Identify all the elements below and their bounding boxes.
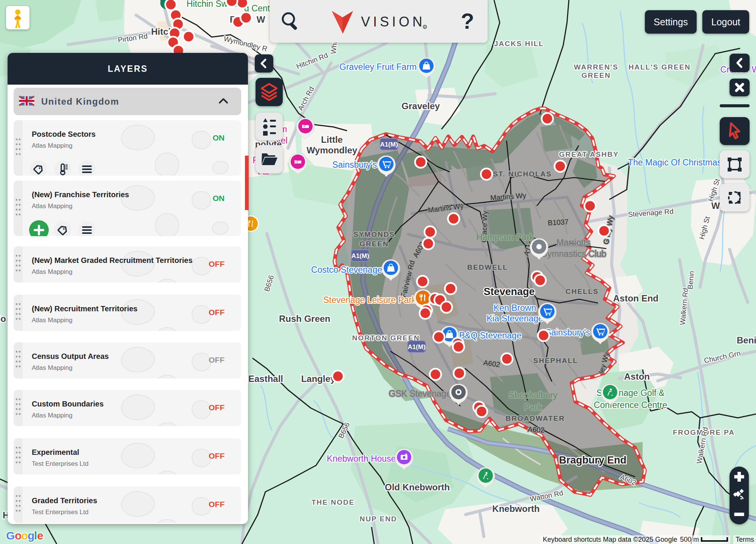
svg-text:Costco Stevenage: Costco Stevenage (311, 265, 382, 275)
svg-text:Little: Little (321, 134, 342, 145)
svg-text:Sainsbury's: Sainsbury's (545, 328, 590, 337)
svg-text:GSK Stevenage: GSK Stevenage (389, 389, 451, 399)
svg-text:Marriotts: Marriotts (556, 238, 590, 247)
svg-text:g: g (28, 529, 34, 542)
svg-text:Stevenage: Stevenage (483, 286, 534, 297)
svg-text:Sainsbury's: Sainsbury's (332, 160, 377, 170)
svg-text:Old Knebworth: Old Knebworth (385, 482, 450, 492)
svg-text:A602: A602 (528, 425, 545, 434)
svg-text:?: ? (461, 9, 474, 33)
svg-text:B&Q Stevenage: B&Q Stevenage (459, 331, 522, 340)
svg-text:o: o (15, 529, 22, 542)
svg-text:Beni: Beni (737, 335, 756, 345)
svg-text:R: R (424, 26, 426, 28)
svg-text:Graveley: Graveley (401, 101, 440, 111)
svg-text:Shephalbury: Shephalbury (508, 390, 558, 400)
svg-text:BROADWATER: BROADWATER (506, 414, 565, 422)
svg-text:Knebworth House: Knebworth House (327, 454, 396, 464)
svg-text:Langley: Langley (301, 374, 336, 384)
svg-text:o: o (21, 529, 28, 542)
svg-text:e: e (37, 529, 43, 542)
svg-text:Kia Stevenage: Kia Stevenage (486, 314, 543, 323)
svg-text:Stevenage Leisure Park: Stevenage Leisure Park (323, 295, 416, 305)
svg-text:Bragbury End: Bragbury End (559, 454, 627, 466)
svg-text:Benin: Benin (686, 270, 696, 289)
svg-text:CHELLS: CHELLS (565, 287, 599, 295)
svg-text:W: W (257, 14, 265, 25)
svg-text:Rush Green: Rush Green (279, 314, 330, 324)
svg-text:B1037: B1037 (548, 218, 569, 227)
svg-text:Easthall: Easthall (248, 374, 283, 384)
svg-text:NUP END: NUP END (359, 515, 397, 523)
svg-text:SYMONDS: SYMONDS (353, 230, 395, 238)
svg-text:A1(M): A1(M) (351, 252, 369, 260)
svg-text:SHEPHALL: SHEPHALL (533, 357, 578, 365)
svg-text:JACKS HILL: JACKS HILL (494, 40, 544, 48)
svg-text:Graveley Fruit Farm: Graveley Fruit Farm (339, 62, 417, 72)
svg-text:Aston: Aston (624, 371, 650, 382)
svg-text:G: G (6, 529, 15, 542)
svg-text:GREAT ASHBY: GREAT ASHBY (559, 150, 619, 158)
svg-text:Ken Brown: Ken Brown (494, 303, 536, 313)
svg-text:Hampson Park: Hampson Park (476, 232, 534, 242)
svg-text:Wymondley: Wymondley (307, 145, 358, 155)
svg-text:Conference Centre: Conference Centre (594, 400, 667, 410)
svg-text:A1(M): A1(M) (407, 343, 425, 351)
svg-text:VISION: VISION (361, 14, 425, 29)
svg-text:THE NODE: THE NODE (311, 498, 355, 506)
svg-text:GREEN: GREEN (581, 71, 611, 79)
svg-text:The Magic Of Christmas: The Magic Of Christmas (628, 158, 722, 167)
svg-text:GREEN: GREEN (359, 240, 389, 248)
svg-text:BEDWELL: BEDWELL (467, 263, 508, 271)
svg-text:HALL'S GREEN: HALL'S GREEN (629, 63, 691, 71)
svg-text:WARREN'S: WARREN'S (574, 63, 618, 71)
svg-text:A1(M): A1(M) (380, 141, 398, 148)
svg-text:ST. NICHOLAS: ST. NICHOLAS (493, 170, 552, 178)
svg-text:Ho: Ho (0, 314, 6, 324)
svg-text:Gymnastics Club: Gymnastics Club (541, 249, 606, 259)
svg-text:Park: Park (524, 402, 542, 412)
svg-text:Aston End: Aston End (613, 293, 658, 303)
svg-text:Knebworth: Knebworth (492, 504, 539, 514)
